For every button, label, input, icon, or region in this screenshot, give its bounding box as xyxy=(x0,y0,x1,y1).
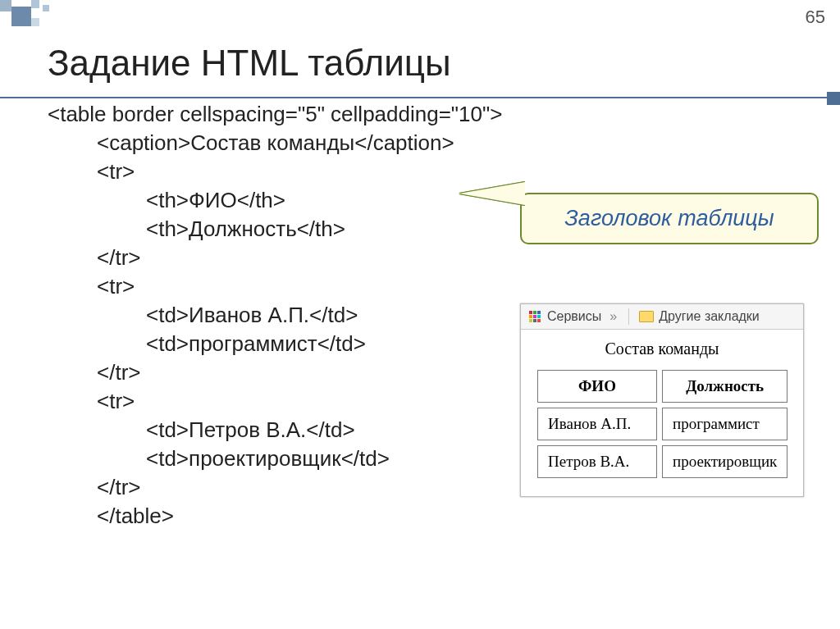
decorative-squares xyxy=(0,0,66,33)
table-cell: проектировщик xyxy=(662,445,788,478)
services-link[interactable]: Сервисы xyxy=(547,309,601,324)
rendered-page: Состав команды ФИО Должность Иванов А.П.… xyxy=(521,330,803,496)
table-cell: Петров В.А. xyxy=(537,445,657,478)
table-cell: Иванов А.П. xyxy=(537,408,657,440)
table-cell: программист xyxy=(662,408,788,440)
bookmarks-bar: Сервисы » Другие закладки xyxy=(521,304,803,330)
title-underline xyxy=(0,97,840,98)
table-row: Петров В.А. проектировщик xyxy=(537,445,788,478)
browser-preview-panel: Сервисы » Другие закладки Состав команды… xyxy=(520,303,804,497)
apps-icon[interactable] xyxy=(529,311,541,322)
code-line: <tr> xyxy=(97,274,840,299)
table-header-row: ФИО Должность xyxy=(537,370,788,403)
table-header-cell: ФИО xyxy=(537,370,657,403)
code-line: <tr> xyxy=(97,159,840,185)
code-line: </table> xyxy=(97,504,840,529)
slide-number: 65 xyxy=(806,7,825,28)
other-bookmarks-link[interactable]: Другие закладки xyxy=(659,309,760,324)
callout-box: Заголовок таблицы xyxy=(520,193,819,244)
table-caption: Состав команды xyxy=(532,340,792,358)
slide-title: Задание HTML таблицы xyxy=(48,43,840,84)
table-header-cell: Должность xyxy=(662,370,788,403)
more-bookmarks-chevron[interactable]: » xyxy=(609,309,617,324)
table-row: Иванов А.П. программист xyxy=(537,408,788,440)
code-line: <caption>Состав команды</caption> xyxy=(97,130,840,156)
decorative-square-right xyxy=(827,92,840,105)
callout-pointer xyxy=(459,182,525,205)
folder-icon xyxy=(639,311,654,322)
code-line: <table border cellspacing="5" cellpaddin… xyxy=(48,102,840,127)
bookmarks-divider xyxy=(628,308,629,325)
code-line: </tr> xyxy=(97,245,840,271)
rendered-table: ФИО Должность Иванов А.П. программист Пе… xyxy=(532,365,792,483)
